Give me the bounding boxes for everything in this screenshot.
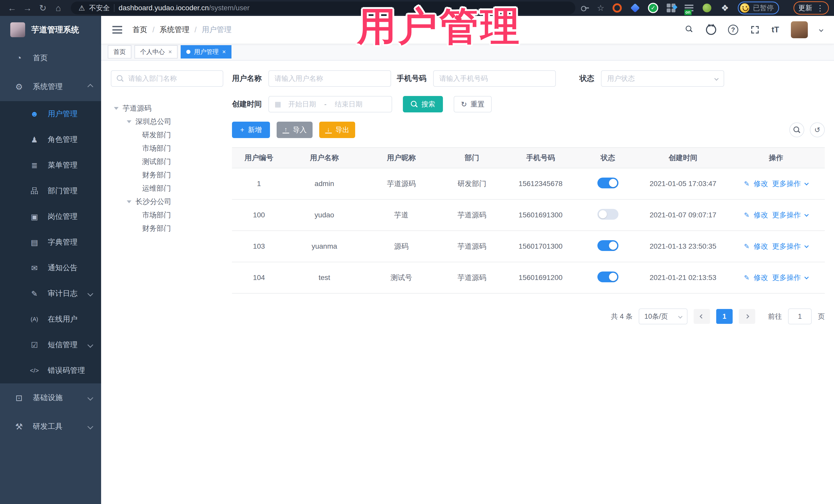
date-range-input[interactable]: ▦ 开始日期 - 结束日期	[268, 96, 392, 112]
breadcrumb-home[interactable]: 首页	[132, 25, 147, 35]
status-toggle[interactable]	[597, 209, 618, 220]
extension-grid-icon[interactable]	[666, 3, 676, 13]
sidebar-item-infrastructure[interactable]: ⊡ 基础设施	[0, 384, 101, 412]
chevron-down-icon[interactable]	[804, 181, 809, 185]
page-user-management: 请输入部门名称 芋道源码 深圳总公司 研发部门 市场部门 测试部门 财务部门 运…	[101, 61, 834, 504]
sidebar-item-sms-management[interactable]: ☑ 短信管理	[0, 332, 101, 358]
browser-back-button[interactable]: ←	[5, 2, 19, 14]
extension-green-blob-icon[interactable]	[702, 3, 712, 13]
font-size-icon[interactable]: tT	[772, 25, 779, 35]
toggle-search-button[interactable]	[789, 123, 804, 137]
search-button[interactable]: 搜索	[403, 96, 443, 112]
help-icon[interactable]: ?	[728, 25, 738, 35]
tab-user-management[interactable]: 用户管理 ×	[181, 45, 232, 59]
extensions-puzzle-icon[interactable]: ❖	[720, 3, 730, 13]
tree-node-dept[interactable]: 财务部门	[111, 222, 223, 235]
refresh-table-button[interactable]: ↺	[810, 123, 825, 137]
more-actions-link[interactable]: 更多操作	[772, 273, 801, 283]
sidebar-toggle-icon[interactable]	[112, 26, 122, 34]
cell-created: 2021-01-13 23:50:35	[639, 231, 727, 262]
browser-update-button[interactable]: 更新 ⋮	[793, 1, 829, 15]
extension-blue-gem-icon[interactable]	[630, 3, 640, 13]
status-toggle[interactable]	[597, 271, 618, 282]
sidebar-item-user-management[interactable]: ☻ 用户管理	[0, 101, 101, 127]
next-page-button[interactable]	[739, 309, 755, 324]
page-1-button[interactable]: 1	[716, 309, 733, 324]
caret-down-icon[interactable]	[114, 107, 118, 110]
search-icon[interactable]	[685, 25, 694, 34]
dept-search-input[interactable]: 请输入部门名称	[111, 70, 223, 87]
github-icon[interactable]	[706, 25, 716, 35]
avatar[interactable]	[791, 21, 808, 38]
col-status: 状态	[577, 148, 639, 168]
tree-node-dept[interactable]: 运维部门	[111, 182, 223, 195]
more-actions-link[interactable]: 更多操作	[772, 210, 801, 220]
chevron-down-icon[interactable]	[804, 213, 809, 217]
fullscreen-icon[interactable]	[750, 25, 760, 35]
profile-emoji-avatar	[740, 3, 749, 13]
tree-node-dept[interactable]: 财务部门	[111, 168, 223, 182]
sidebar-item-error-code[interactable]: </> 错误码管理	[0, 358, 101, 384]
tree-node-dept[interactable]: 测试部门	[111, 155, 223, 168]
sidebar-item-dict-management[interactable]: ▤ 字典管理	[0, 229, 101, 255]
sidebar-item-home[interactable]: ◔ 首页	[0, 44, 101, 72]
tree-node-company[interactable]: 深圳总公司	[111, 115, 223, 128]
extension-green-circle-icon[interactable]: ✓	[648, 3, 658, 13]
sidebar-item-dev-tools[interactable]: ⚒ 研发工具	[0, 412, 101, 441]
edit-link[interactable]: 修改	[754, 273, 768, 283]
reset-button[interactable]: ↻ 重置	[454, 96, 492, 112]
table-toolbar: + 新增 ↑ 导入 ↓ 导出 ↺	[232, 122, 825, 138]
bookmark-star-icon[interactable]: ☆	[597, 3, 604, 13]
page-size-select[interactable]: 10条/页	[639, 308, 687, 324]
browser-forward-button[interactable]: →	[21, 2, 35, 14]
close-icon[interactable]: ×	[222, 49, 226, 55]
status-toggle[interactable]	[597, 178, 618, 188]
caret-down-icon[interactable]	[127, 120, 131, 123]
add-button[interactable]: + 新增	[232, 122, 270, 138]
more-actions-link[interactable]: 更多操作	[772, 241, 801, 251]
prev-page-button[interactable]	[694, 309, 710, 324]
sidebar-item-menu-management[interactable]: ≣ 菜单管理	[0, 152, 101, 178]
sidebar-item-notice[interactable]: ✉ 通知公告	[0, 255, 101, 281]
tab-home[interactable]: 首页	[108, 45, 131, 59]
sidebar-item-audit-log[interactable]: ✎ 审计日志	[0, 281, 101, 306]
close-icon[interactable]: ×	[168, 49, 172, 55]
chevron-down-icon[interactable]	[819, 28, 824, 32]
password-key-icon[interactable]	[581, 6, 589, 10]
sidebar-item-post-management[interactable]: ▣ 岗位管理	[0, 204, 101, 229]
tree-node-dept[interactable]: 市场部门	[111, 141, 223, 155]
tree-node-company[interactable]: 长沙分公司	[111, 195, 223, 209]
chevron-down-icon	[715, 76, 719, 81]
browser-profile-button[interactable]: 已暂停	[738, 2, 779, 14]
browser-home-button[interactable]: ⌂	[51, 2, 65, 14]
extension-orange-ring-icon[interactable]	[612, 3, 622, 13]
sidebar-item-role-management[interactable]: ♟ 角色管理	[0, 127, 101, 152]
chevron-down-icon[interactable]	[804, 275, 809, 280]
caret-down-icon[interactable]	[127, 200, 131, 203]
breadcrumb-system[interactable]: 系统管理	[160, 25, 190, 35]
username-input[interactable]: 请输入用户名称	[268, 70, 391, 87]
import-button[interactable]: ↑ 导入	[277, 122, 312, 138]
mobile-input[interactable]: 请输入手机号码	[433, 70, 556, 87]
tree-node-root[interactable]: 芋道源码	[111, 102, 223, 115]
app-logo[interactable]: 芋道管理系统	[0, 16, 101, 44]
edit-link[interactable]: 修改	[754, 210, 768, 220]
extension-list-on-icon[interactable]: on	[684, 3, 694, 13]
sidebar-item-online-users[interactable]: (A) 在线用户	[0, 306, 101, 332]
tree-node-dept[interactable]: 研发部门	[111, 128, 223, 141]
sidebar-item-system[interactable]: ⚙ 系统管理	[0, 72, 101, 101]
more-actions-link[interactable]: 更多操作	[772, 179, 801, 189]
goto-page-input[interactable]	[788, 308, 812, 324]
status-toggle[interactable]	[597, 240, 618, 251]
browser-reload-button[interactable]: ↻	[36, 2, 50, 14]
status-select[interactable]: 用户状态	[601, 70, 724, 87]
sidebar-item-dept-management[interactable]: 品 部门管理	[0, 178, 101, 204]
tree-node-dept[interactable]: 市场部门	[111, 209, 223, 222]
security-label[interactable]: 不安全	[89, 3, 110, 13]
tab-profile[interactable]: 个人中心 ×	[134, 45, 178, 59]
edit-link[interactable]: 修改	[754, 241, 768, 251]
export-button[interactable]: ↓ 导出	[319, 122, 355, 138]
chevron-down-icon[interactable]	[804, 244, 809, 248]
browser-menu-icon[interactable]: ⋮	[816, 4, 824, 13]
edit-link[interactable]: 修改	[754, 179, 768, 189]
